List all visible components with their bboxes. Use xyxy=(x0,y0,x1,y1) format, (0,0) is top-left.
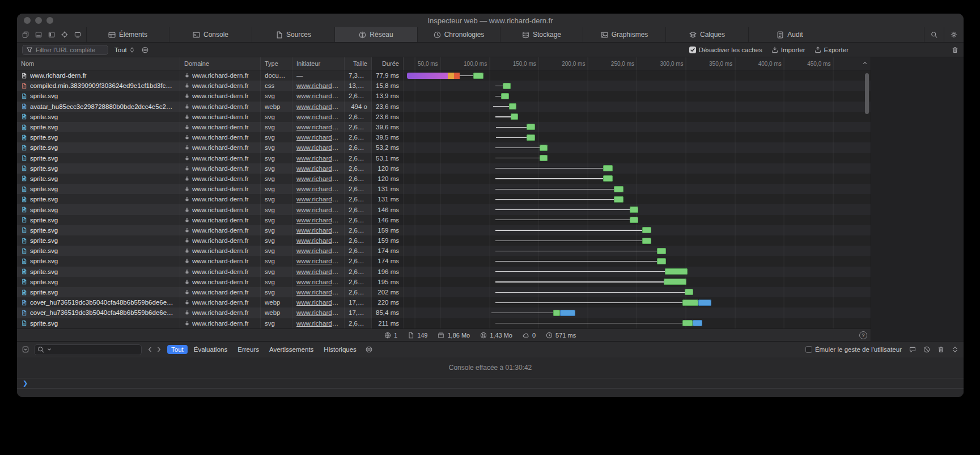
table-row[interactable]: sprite.svgwww.richard-dern.frsvgwww.rich… xyxy=(17,246,871,256)
close-button[interactable] xyxy=(24,17,31,24)
initiator-link[interactable]: www.richard-d… xyxy=(296,258,340,264)
initiator-link[interactable]: www.richard-d… xyxy=(296,196,340,203)
table-row[interactable]: sprite.svgwww.richard-dern.frsvgwww.rich… xyxy=(17,235,871,246)
url-filter-input[interactable] xyxy=(36,47,104,53)
undock-icon[interactable] xyxy=(22,31,29,38)
emulate-gesture-checkbox[interactable]: Émuler le geste de l'utilisateur xyxy=(805,346,902,353)
tab-console[interactable]: Console xyxy=(169,27,252,42)
tab-graphics[interactable]: Graphismes xyxy=(583,27,665,42)
console-tab-2[interactable]: Erreurs xyxy=(234,345,263,354)
column-header-name[interactable]: Nom xyxy=(17,57,180,70)
url-filter-field[interactable] xyxy=(22,45,108,55)
chevron-right-icon[interactable] xyxy=(155,346,162,353)
chevron-left-icon[interactable] xyxy=(147,346,154,353)
gear-icon[interactable] xyxy=(944,27,964,42)
table-row[interactable]: sprite.svgwww.richard-dern.frsvgwww.rich… xyxy=(17,153,871,163)
initiator-link[interactable]: www.richard-d… xyxy=(296,237,340,244)
initiator-link[interactable]: www.richard-d… xyxy=(296,299,340,306)
table-row[interactable]: sprite.svgwww.richard-dern.frsvgwww.rich… xyxy=(17,142,871,153)
console-tab-4[interactable]: Historiques xyxy=(320,345,360,354)
initiator-link[interactable]: www.richard-d… xyxy=(296,144,340,151)
initiator-link[interactable]: www.richard-d… xyxy=(296,134,340,141)
table-row[interactable]: sprite.svgwww.richard-dern.frsvgwww.rich… xyxy=(17,184,871,194)
console-search-field[interactable] xyxy=(34,344,142,355)
table-row[interactable]: sprite.svgwww.richard-dern.frsvgwww.rich… xyxy=(17,287,871,297)
scroll-top-chevron-icon[interactable] xyxy=(862,60,868,67)
initiator-link[interactable]: www.richard-d… xyxy=(296,155,340,162)
expand-console-icon[interactable] xyxy=(952,346,958,353)
console-messages-icon[interactable] xyxy=(909,346,916,353)
initiator-link[interactable]: www.richard-d… xyxy=(296,217,340,224)
column-header-domain[interactable]: Domaine xyxy=(180,57,261,70)
help-icon[interactable]: ? xyxy=(859,331,867,339)
initiator-link[interactable]: www.richard-d… xyxy=(296,124,340,130)
zoom-button[interactable] xyxy=(46,17,53,24)
initiator-link[interactable]: www.richard-d… xyxy=(296,289,340,296)
scope-select[interactable]: Tout xyxy=(114,47,135,53)
initiator-link[interactable]: www.richard-d… xyxy=(296,82,340,89)
trash-icon[interactable] xyxy=(952,47,958,53)
tab-network[interactable]: Réseau xyxy=(334,27,417,42)
table-row[interactable]: sprite.svgwww.richard-dern.frsvgwww.rich… xyxy=(17,267,871,277)
console-tab-3[interactable]: Avertissements xyxy=(265,345,317,354)
column-header-size[interactable]: Taille xyxy=(345,57,372,70)
table-row[interactable]: sprite.svgwww.richard-dern.frsvgwww.rich… xyxy=(17,318,871,328)
console-tab-1[interactable]: Évaluations xyxy=(190,345,231,354)
table-row[interactable]: cover_hu736519dc3b5040cfa48b6b559b6de6ec… xyxy=(17,297,871,307)
initiator-link[interactable]: www.richard-d… xyxy=(296,268,340,275)
table-row[interactable]: sprite.svgwww.richard-dern.frsvgwww.rich… xyxy=(17,204,871,214)
initiator-link[interactable]: www.richard-d… xyxy=(296,279,340,285)
tab-sources[interactable]: Sources xyxy=(252,27,334,42)
dock-side-icon[interactable] xyxy=(48,31,55,38)
initiator-link[interactable]: www.richard-d… xyxy=(296,186,340,192)
initiator-link[interactable]: www.richard-d… xyxy=(296,247,340,254)
initiator-link[interactable]: www.richard-d… xyxy=(296,207,340,213)
table-row[interactable]: sprite.svgwww.richard-dern.frsvgwww.rich… xyxy=(17,132,871,142)
initiator-link[interactable]: www.richard-d… xyxy=(296,103,340,110)
table-row[interactable]: sprite.svgwww.richard-dern.frsvgwww.rich… xyxy=(17,215,871,225)
table-row[interactable]: sprite.svgwww.richard-dern.frsvgwww.rich… xyxy=(17,163,871,174)
inspect-element-icon[interactable] xyxy=(61,31,68,38)
console-trash-icon[interactable] xyxy=(937,346,944,353)
table-row[interactable]: sprite.svgwww.richard-dern.frsvgwww.rich… xyxy=(17,112,871,122)
tab-layers[interactable]: Calques xyxy=(665,27,748,42)
column-header-initiator[interactable]: Initiateur xyxy=(292,57,345,70)
table-row[interactable]: sprite.svgwww.richard-dern.frsvgwww.rich… xyxy=(17,277,871,287)
column-header-type[interactable]: Type xyxy=(261,57,292,70)
tab-timelines[interactable]: Chronologies xyxy=(417,27,500,42)
console-tab-0[interactable]: Tout xyxy=(167,345,188,354)
table-row[interactable]: sprite.svgwww.richard-dern.frsvgwww.rich… xyxy=(17,122,871,132)
tab-elements[interactable]: Éléments xyxy=(86,27,169,42)
dock-bottom-icon[interactable] xyxy=(35,31,42,38)
filter-options-icon[interactable] xyxy=(142,47,149,53)
initiator-link[interactable]: www.richard-d… xyxy=(296,309,340,316)
tab-audit[interactable]: Audit xyxy=(748,27,831,42)
table-row[interactable]: sprite.svgwww.richard-dern.frsvgwww.rich… xyxy=(17,91,871,101)
initiator-link[interactable]: www.richard-d… xyxy=(296,175,340,182)
console-filter-options-icon[interactable] xyxy=(366,346,372,353)
table-row[interactable]: compiled.min.38390909f303624ed9e1cf1bd3f… xyxy=(17,81,871,91)
console-search-input[interactable] xyxy=(54,346,138,353)
device-icon[interactable] xyxy=(74,31,81,38)
table-row[interactable]: sprite.svgwww.richard-dern.frsvgwww.rich… xyxy=(17,194,871,204)
minimize-button[interactable] xyxy=(35,17,42,24)
table-row[interactable]: avatar_hu85ecc3e298728880b0bde2dcc4e5c23… xyxy=(17,102,871,112)
table-row[interactable]: cover_hu736519dc3b5040cfa48b6b559b6de6ec… xyxy=(17,307,871,318)
initiator-link[interactable]: www.richard-d… xyxy=(296,320,340,327)
tab-storage[interactable]: Stockage xyxy=(500,27,583,42)
clear-console-icon[interactable] xyxy=(923,346,930,353)
search-icon[interactable] xyxy=(924,27,944,42)
initiator-link[interactable]: www.richard-d… xyxy=(296,92,340,99)
table-row[interactable]: www.richard-dern.frwww.richard-dern.frdo… xyxy=(17,70,871,81)
initiator-link[interactable]: www.richard-d… xyxy=(296,227,340,234)
table-row[interactable]: sprite.svgwww.richard-dern.frsvgwww.rich… xyxy=(17,256,871,266)
export-button[interactable]: Exporter xyxy=(814,47,849,53)
table-row[interactable]: sprite.svgwww.richard-dern.frsvgwww.rich… xyxy=(17,225,871,235)
table-row[interactable]: sprite.svgwww.richard-dern.frsvgwww.rich… xyxy=(17,174,871,184)
console-scope-icon[interactable] xyxy=(22,346,29,353)
console-prompt[interactable]: ❯ xyxy=(17,378,964,389)
initiator-link[interactable]: www.richard-d… xyxy=(296,165,340,172)
initiator-link[interactable]: www.richard-d… xyxy=(296,113,340,120)
import-button[interactable]: Importer xyxy=(771,47,805,53)
disable-caches-checkbox[interactable]: Désactiver les caches xyxy=(689,47,762,53)
